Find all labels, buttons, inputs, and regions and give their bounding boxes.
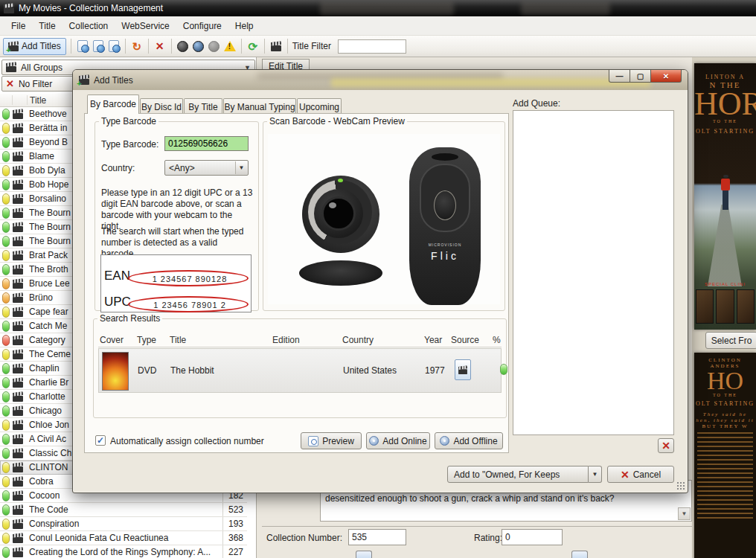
menu-help[interactable]: Help xyxy=(228,18,260,34)
maximize-button[interactable]: ▢ xyxy=(630,70,650,83)
add-offline-button[interactable]: Add Offline xyxy=(435,432,503,449)
status-capsule xyxy=(2,363,10,374)
import-document-icon[interactable] xyxy=(76,39,89,53)
edit-title-icon[interactable] xyxy=(269,39,283,53)
col-country[interactable]: Country xyxy=(342,335,374,345)
tab-upcoming[interactable]: Upcoming xyxy=(297,98,342,114)
menu-collection[interactable]: Collection xyxy=(63,18,115,34)
preview-icon xyxy=(308,436,318,446)
status-capsule xyxy=(2,123,10,134)
warning-icon[interactable] xyxy=(223,39,237,53)
save-button-partial[interactable] xyxy=(356,551,372,558)
title-column-header[interactable]: Title xyxy=(0,95,46,106)
scroll-down-arrow[interactable]: ▼ xyxy=(678,507,691,520)
tab-by-title[interactable]: By Title xyxy=(184,98,222,114)
remove-queue-button[interactable]: ✕ xyxy=(658,438,674,453)
result-type: DVD xyxy=(138,365,156,376)
auto-assign-label: Automatically assign collection number xyxy=(110,436,264,446)
barcode-help-text: Please type in an 12 digit UPC or a 13 d… xyxy=(101,187,254,232)
menu-title[interactable]: Title xyxy=(32,18,62,34)
divider xyxy=(262,526,692,527)
list-item[interactable]: Creating the Lord of the Rings Symphony:… xyxy=(0,545,247,558)
status-capsule xyxy=(2,476,10,487)
scanner-brand: MICROVISION xyxy=(409,243,481,247)
app-window: My Movies - Collection Management File T… xyxy=(0,0,756,558)
remove-icon: ✕ xyxy=(662,440,670,452)
webcam-preview-area: MICROVISION Flic xyxy=(268,134,500,304)
rating-field[interactable]: 0 xyxy=(502,529,563,545)
add-offline-label: Add Offline xyxy=(453,436,497,446)
add-to-split-button[interactable]: Add to "Owned, For Keeps ▼ xyxy=(447,466,602,483)
col-source[interactable]: Source xyxy=(451,335,479,345)
col-cover[interactable]: Cover xyxy=(100,335,124,345)
dialog-titlebar[interactable]: Add Titles xyxy=(73,70,688,90)
toolbar-separator xyxy=(125,39,126,54)
export-document-icon[interactable] xyxy=(92,39,105,53)
status-capsule xyxy=(2,208,10,219)
cover-text: OLT STARTING xyxy=(694,400,756,407)
play-title-icon[interactable] xyxy=(176,39,190,53)
cancel-button[interactable]: ✕ Cancel xyxy=(607,466,674,483)
menu-file[interactable]: File xyxy=(4,18,32,34)
cancel-label: Cancel xyxy=(633,469,661,480)
country-value: <Any> xyxy=(169,163,195,173)
refresh-icon[interactable]: ↻ xyxy=(130,39,144,53)
status-capsule xyxy=(2,377,10,388)
menu-webservice[interactable]: WebService xyxy=(115,18,176,34)
add-queue-list[interactable] xyxy=(513,110,674,435)
tab-by-disc-id[interactable]: By Disc Id xyxy=(140,98,183,114)
barcode-input[interactable] xyxy=(164,136,249,151)
search-title-icon[interactable] xyxy=(192,39,205,53)
sync-icon[interactable]: ⟳ xyxy=(246,39,260,53)
webcam-image xyxy=(293,170,390,289)
list-item[interactable]: Conspiration 193 xyxy=(0,517,247,531)
toolbar-separator xyxy=(171,39,172,54)
minimize-button[interactable]: — xyxy=(609,70,630,83)
result-row[interactable]: DVD The Hobbit United States 1977 xyxy=(98,348,502,393)
tab-by-manual-typing[interactable]: By Manual Typing xyxy=(223,98,296,114)
status-capsule xyxy=(2,222,10,233)
edit-button-partial[interactable] xyxy=(571,551,588,558)
select-from-button[interactable]: Select Fro xyxy=(705,332,756,349)
movie-title: Conspiration xyxy=(29,519,222,529)
add-titles-button[interactable]: Add Titles xyxy=(3,38,66,55)
result-source-icon[interactable] xyxy=(455,359,471,380)
col-title[interactable]: Title xyxy=(170,335,186,345)
auto-assign-checkbox[interactable]: ✓ xyxy=(95,435,106,446)
status-capsule xyxy=(2,264,10,275)
col-year[interactable]: Year xyxy=(424,335,442,345)
cover-text: LINTON A xyxy=(694,74,756,80)
preview-button[interactable]: Preview xyxy=(301,432,362,449)
toolbar: Add Titles ↻ ✕ ⟳ Title Filter xyxy=(0,36,756,57)
disc-title-icon[interactable] xyxy=(208,39,221,53)
movie-icon xyxy=(13,491,23,501)
titlebar-reflection xyxy=(521,1,610,15)
tab-by-barcode[interactable]: By Barcode xyxy=(87,94,139,114)
add-online-button[interactable]: Add Online xyxy=(366,432,430,449)
resize-grip[interactable] xyxy=(676,481,685,490)
barcode-scanner-image: MICROVISION Flic xyxy=(409,147,481,305)
toolbar-separator xyxy=(241,39,242,54)
cover-text: TO THE xyxy=(694,393,756,397)
close-button[interactable]: ✕ xyxy=(650,70,682,83)
title-filter-input[interactable] xyxy=(338,39,406,54)
dialog-title: Add Titles xyxy=(94,75,133,86)
save-document-icon[interactable] xyxy=(107,39,121,53)
country-select[interactable]: <Any> ▼ xyxy=(164,160,249,176)
status-capsule xyxy=(2,504,10,516)
add-titles-dialog: Add Titles — ▢ ✕ By Barcode By Disc Id B… xyxy=(72,69,688,493)
col-type[interactable]: Type xyxy=(137,335,156,345)
delete-icon[interactable]: ✕ xyxy=(153,39,167,53)
result-year: 1977 xyxy=(425,365,445,376)
status-capsule xyxy=(2,193,10,205)
collection-number-field[interactable]: 535 xyxy=(348,529,406,545)
chevron-down-icon[interactable]: ▼ xyxy=(589,466,602,483)
movie-icon xyxy=(13,265,23,275)
col-percent[interactable]: % xyxy=(493,335,501,345)
list-item[interactable]: The Code 523 xyxy=(0,503,247,517)
list-item[interactable]: Conul Leonida Fata Cu Reactiunea 368 xyxy=(0,531,247,545)
col-edition[interactable]: Edition xyxy=(272,335,300,345)
status-capsule xyxy=(2,292,10,304)
menu-configure[interactable]: Configure xyxy=(176,18,228,34)
movie-icon xyxy=(13,321,23,331)
